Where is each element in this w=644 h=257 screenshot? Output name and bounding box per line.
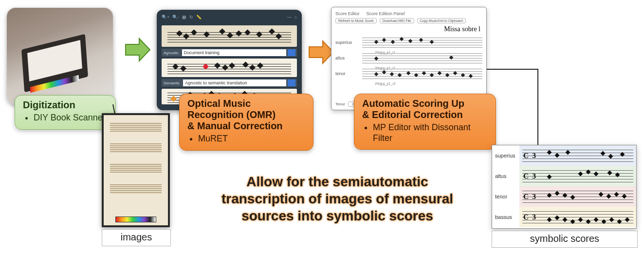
- omr-title: Optical Music Recognition (OMR) & Manual…: [187, 98, 306, 132]
- omr-agnostic-go-button[interactable]: [288, 49, 295, 56]
- minus-icon[interactable]: —: [287, 15, 292, 20]
- omr-bullet: MuRET: [198, 134, 306, 144]
- arrow-green: [125, 37, 151, 63]
- scoreup-bullet: MP Editor with Dissonant Filter: [373, 122, 489, 143]
- btn-download-mei[interactable]: Download MEI File: [380, 18, 414, 23]
- symbolic-voice-tenor: tenor: [492, 186, 519, 207]
- symbolic-score: superius C 3 altus C 3 tenor: [492, 145, 637, 229]
- scoreup-title: Automatic Scoring Up & Editorial Correct…: [362, 98, 489, 120]
- ruler-icon[interactable]: 📏: [196, 15, 202, 20]
- scoreup-piece-title: Missa sobre l: [335, 25, 480, 33]
- home-icon[interactable]: ⌂: [294, 15, 297, 20]
- voice-altus: altus 30cjpg_p1_r1: [335, 52, 482, 64]
- omr-agnostic-dropdown[interactable]: Agnostic: [162, 49, 297, 57]
- btn-refresh-score[interactable]: Refresh to Music Score: [335, 18, 377, 23]
- tab-score-edition-panel[interactable]: Score Edition Panel: [367, 11, 405, 16]
- rotate-icon[interactable]: ↻: [189, 15, 193, 20]
- omr-semantic-dropdown[interactable]: Semantic: [162, 79, 297, 87]
- omr-callout: Optical Music Recognition (OMR) & Manual…: [179, 94, 313, 151]
- btn-copy-musicxml[interactable]: Copy MusicXml to Clipboard: [417, 18, 466, 23]
- omr-agnostic-value[interactable]: [182, 49, 286, 56]
- omr-toolbar: 🔍+ 🔍- ▦ ↻ 📏 — ⌂: [160, 13, 299, 23]
- magnify-minus-icon[interactable]: 🔍-: [172, 15, 179, 20]
- magnify-plus-icon[interactable]: 🔍+: [162, 15, 169, 20]
- scoreup-callout: Automatic Scoring Up & Editorial Correct…: [354, 94, 496, 150]
- omr-semantic-value[interactable]: [183, 79, 286, 86]
- layers-icon[interactable]: ▦: [182, 15, 186, 20]
- images-caption: images: [102, 229, 171, 246]
- scoreup-bottom-label: Tenor: [335, 102, 345, 106]
- symbolic-voice-altus: altus: [492, 166, 519, 186]
- voice-tenor: tenor 29cjpg_p1_r2: [335, 67, 482, 80]
- arrow-orange: [308, 39, 334, 65]
- voice-superius: superius 29cjpg_p1_r1: [335, 36, 482, 49]
- symbolic-voice-superius: superius: [492, 145, 519, 166]
- tab-score-editor[interactable]: Score Editor: [335, 11, 360, 16]
- center-message: Allow for the semiautomatic transcriptio…: [199, 173, 476, 224]
- symbolic-voice-bassus: bassus: [492, 207, 519, 227]
- scanner-photo: [7, 8, 113, 104]
- omr-semantic-go-button[interactable]: [288, 79, 295, 86]
- scoreup-tabs: Score Editor Score Edition Panel: [335, 11, 482, 16]
- symbolic-caption: symbolic scores: [492, 231, 638, 248]
- manuscript-image: [102, 113, 170, 227]
